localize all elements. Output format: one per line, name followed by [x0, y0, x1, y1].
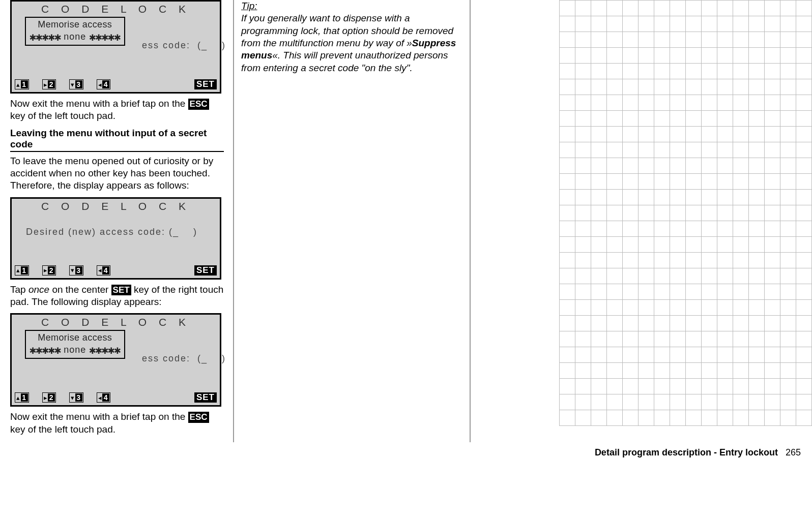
- paragraph-exit-esc-1: Now exit the menu with a brief tap on th…: [10, 98, 224, 123]
- overlay-line1: Memorise access: [30, 19, 121, 30]
- text-span: key of the left touch pad.: [10, 424, 115, 435]
- left-arrow-icon: ◂: [98, 81, 103, 88]
- nav-num: 4: [102, 393, 109, 402]
- nav-key-4[interactable]: ◂4: [97, 79, 111, 89]
- nav-key-4[interactable]: ◂4: [97, 265, 111, 276]
- section-header-leaving: Leaving the menu without input of a secr…: [10, 128, 224, 152]
- esc-key-inline: ESC: [188, 99, 209, 110]
- text-italic-once: once: [28, 284, 49, 295]
- up-arrow-icon: ▴: [16, 394, 21, 402]
- page-footer: Detail program description - Entry locko…: [0, 442, 812, 468]
- text-span: Now exit the menu with a brief tap on th…: [10, 98, 188, 109]
- nav-num: 2: [48, 266, 55, 274]
- nav-key-3[interactable]: ▾3: [69, 265, 83, 276]
- lcd-nav-row: ▴1 ▸2 ▾3 ◂4 SET: [12, 263, 220, 278]
- paragraph-leaving: To leave the menu opened out of curiosit…: [10, 155, 224, 192]
- left-arrow-icon: ◂: [98, 266, 103, 274]
- lcd-screen-memorise-top: C O D E L O C K ess code: (_ ) Memorise …: [10, 0, 221, 94]
- set-button[interactable]: SET: [194, 265, 217, 276]
- lcd-title: C O D E L O C K: [12, 2, 220, 18]
- nav-key-4[interactable]: ◂4: [97, 392, 111, 403]
- nav-key-2[interactable]: ▸2: [42, 265, 56, 276]
- lcd-screen-memorise-bottom: C O D E L O C K ess code: (_ ) Memorise …: [10, 313, 221, 407]
- nav-num: 1: [21, 266, 28, 274]
- overlay-line1: Memorise access: [30, 332, 121, 343]
- set-button[interactable]: SET: [194, 79, 217, 89]
- tip-label: Tip:: [241, 1, 257, 11]
- right-arrow-icon: ▸: [43, 81, 48, 88]
- nav-key-3[interactable]: ▾3: [69, 392, 83, 403]
- page-number: 265: [786, 447, 801, 457]
- overlay-line2: ✱✱✱✱✱ none ✱✱✱✱✱: [30, 30, 121, 43]
- lcd-title: C O D E L O C K: [12, 199, 220, 216]
- overlay-stars-left: ✱✱✱✱✱: [30, 344, 61, 356]
- overlay-stars-right: ✱✱✱✱✱: [89, 344, 120, 356]
- nav-key-1[interactable]: ▴1: [15, 392, 29, 403]
- nav-num: 1: [21, 393, 28, 402]
- text-span: Now exit the menu with a brief tap on th…: [10, 411, 188, 422]
- left-arrow-icon: ◂: [98, 394, 103, 402]
- paragraph-tap-set: Tap once on the center SET key of the ri…: [10, 284, 224, 309]
- overlay-stars-left: ✱✱✱✱✱: [30, 30, 61, 43]
- nav-num: 2: [48, 393, 55, 402]
- nav-num: 2: [48, 80, 55, 88]
- right-arrow-icon: ▸: [43, 394, 48, 402]
- set-button[interactable]: SET: [194, 392, 217, 403]
- nav-num: 3: [75, 80, 82, 88]
- nav-key-2[interactable]: ▸2: [42, 79, 56, 89]
- nav-num: 4: [102, 80, 109, 88]
- overlay-line2: ✱✱✱✱✱ none ✱✱✱✱✱: [30, 344, 121, 356]
- nav-key-3[interactable]: ▾3: [69, 79, 83, 89]
- lcd-screen-desired: C O D E L O C K Desired (new) access cod…: [10, 197, 221, 280]
- lcd-title: C O D E L O C K: [12, 315, 220, 331]
- text-span: on the center: [49, 284, 111, 295]
- lcd-nav-row: ▴1 ▸2 ▾3 ◂4 SET: [12, 390, 220, 405]
- set-key-inline: SET: [111, 285, 131, 296]
- tip-block: Tip: If you generally want to dispense w…: [241, 0, 462, 74]
- overlay-none: none: [61, 32, 89, 42]
- down-arrow-icon: ▾: [70, 394, 75, 402]
- notes-grid: [559, 0, 812, 426]
- nav-num: 3: [75, 393, 82, 402]
- nav-num: 1: [21, 80, 28, 88]
- esc-key-inline: ESC: [188, 412, 209, 423]
- lcd-access-text: ess code: (_ ): [142, 353, 226, 363]
- down-arrow-icon: ▾: [70, 266, 75, 274]
- overlay-stars-right: ✱✱✱✱✱: [89, 30, 120, 43]
- overlay-none: none: [61, 345, 89, 355]
- down-arrow-icon: ▾: [70, 81, 75, 88]
- text-span: Tap: [10, 284, 28, 295]
- paragraph-exit-esc-2: Now exit the menu with a brief tap on th…: [10, 411, 224, 436]
- lcd-access-text: ess code: (_ ): [142, 40, 226, 50]
- up-arrow-icon: ▴: [16, 266, 21, 274]
- right-arrow-icon: ▸: [43, 266, 48, 274]
- nav-key-1[interactable]: ▴1: [15, 79, 29, 89]
- lcd-nav-row: ▴1 ▸2 ▾3 ◂4 SET: [12, 77, 220, 92]
- up-arrow-icon: ▴: [16, 81, 21, 88]
- footer-title: Detail program description - Entry locko…: [595, 447, 778, 457]
- lcd-overlay-popup: Memorise access ✱✱✱✱✱ none ✱✱✱✱✱: [25, 330, 125, 359]
- nav-num: 3: [75, 266, 82, 274]
- text-span: key of the left touch pad.: [10, 110, 115, 121]
- lcd-overlay-popup: Memorise access ✱✱✱✱✱ none ✱✱✱✱✱: [25, 17, 125, 46]
- tip-text-b: «. This will prevent unauthorized person…: [241, 50, 448, 73]
- nav-key-2[interactable]: ▸2: [42, 392, 56, 403]
- lcd-access-line-full: Desired (new) access code: (_ ): [12, 216, 220, 263]
- nav-num: 4: [102, 266, 109, 274]
- nav-key-1[interactable]: ▴1: [15, 265, 29, 276]
